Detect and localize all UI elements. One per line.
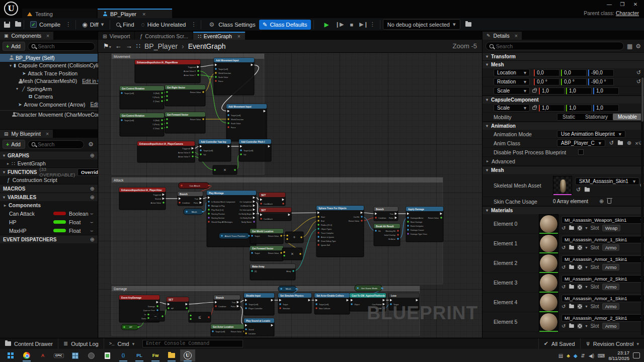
parent-class-link[interactable]: Character <box>616 10 639 16</box>
anim-class-dropdown[interactable]: ABP_Player_C▾ <box>557 139 605 147</box>
scale-x-field[interactable]: 1,0 <box>539 87 565 95</box>
graph-node[interactable]: Add Controller Pitch ITarget [self]Val <box>239 139 271 161</box>
graph-node[interactable]: Make Array[0]Array <box>250 264 295 280</box>
tab-testing[interactable]: Testing <box>22 9 97 18</box>
variable-row[interactable]: MaxHPFloat⌣ <box>0 226 98 235</box>
graph-node[interactable]: Set Simulate PhysicsTargetSimulate <box>278 293 311 313</box>
start-button[interactable] <box>3 349 18 361</box>
section-mesh[interactable]: ▾Mesh <box>482 60 644 68</box>
capsule-scale-x-field[interactable]: 1,0 <box>539 105 565 112</box>
graph-node[interactable]: Get Control RotationTarget [self]X (Roll… <box>120 86 164 109</box>
use-selected-icon[interactable]: ↺ <box>561 284 566 290</box>
graph-node[interactable]: EnhancedInputAction IA_PlayerAttacTrigge… <box>119 188 166 210</box>
hide-unrelated-button[interactable]: ◌ Hide Unrelated <box>138 20 190 30</box>
slot-name-field[interactable]: Armo <box>602 323 620 329</box>
graph-node[interactable]: Apply DamageDamaged ActorBase DamageEven… <box>406 207 443 242</box>
section-animation[interactable]: ▾Animation <box>482 122 644 130</box>
eject-button[interactable]: ▶❙ <box>359 21 368 28</box>
browse-icon[interactable] <box>570 305 575 308</box>
tray-icon[interactable]: ♣ <box>567 353 570 358</box>
variables-header[interactable]: ▾VARIABLES ⊕ <box>0 193 98 201</box>
material-editor-icon[interactable] <box>578 226 582 230</box>
material-dropdown[interactable]: MI_Assassin_Weapon_Skin1▾ <box>561 216 644 224</box>
forward-button[interactable]: → <box>126 42 132 50</box>
vscode-icon[interactable]: ⟨⟩ <box>116 349 131 361</box>
minimize-button[interactable]: — <box>604 2 615 7</box>
add-variable-icon[interactable]: ⊕ <box>90 194 95 201</box>
revision-control-button[interactable]: ⋔ Revision Control▾ <box>580 338 644 349</box>
advanced-row[interactable]: ▸ Advanced <box>482 157 644 166</box>
keyboard-icon[interactable]: ⌨ <box>598 353 605 358</box>
graph-node[interactable]: Add Controller Yaw InpTarget [self]Val <box>199 139 231 161</box>
document-icon[interactable] <box>100 349 115 361</box>
autodesk-icon[interactable]: A <box>35 349 50 361</box>
details-scrollbar[interactable] <box>641 76 643 335</box>
mobility-movable[interactable]: Movable <box>613 114 642 120</box>
use-selected-icon[interactable]: ↺ <box>561 245 566 250</box>
material-thumbnail[interactable] <box>539 273 558 293</box>
graph-node[interactable]: Mesh <box>278 286 297 292</box>
browse-icon[interactable] <box>570 324 575 328</box>
rotation-z-field[interactable]: -90,0 ° <box>588 78 614 85</box>
graph-node[interactable]: Get Game Mode <box>355 285 383 291</box>
material-thumbnail[interactable] <box>539 312 558 332</box>
graph-node[interactable]: Add Movement InputTarget [self]World Dir… <box>214 58 254 95</box>
material-dropdown[interactable]: MI_Assassin_Armor_1_Skin1▾ <box>561 236 644 243</box>
breadcrumb[interactable]: BP_Player › EventGraph <box>144 42 226 50</box>
graph-node[interactable]: − <box>146 311 165 321</box>
material-editor-icon[interactable] <box>578 304 582 309</box>
material-thumbnail[interactable] <box>539 253 558 273</box>
chrome-icon[interactable] <box>19 349 34 361</box>
section-transform[interactable]: ▾Transform <box>482 52 644 60</box>
material-dropdown[interactable]: MI_Assassin_Armor_2_Skin1▾ <box>561 314 644 322</box>
class-defaults-button[interactable]: ✎ Class Defaults <box>259 20 311 30</box>
bookmarks-icon[interactable]: ⚑▾ <box>103 42 111 50</box>
section-capsule-component[interactable]: ▾CapsuleComponent <box>482 96 644 104</box>
rotation-y-field[interactable]: 0,0 ° <box>561 78 587 85</box>
my-blueprint-search[interactable] <box>28 140 84 149</box>
lock-icon[interactable] <box>532 107 536 110</box>
settings-icon[interactable]: ⚙ <box>635 43 641 50</box>
event-graph-canvas[interactable]: BLUEPRINT MovementAttackDamageEnhancedIn… <box>98 53 482 338</box>
graph-node[interactable]: × <box>282 248 302 260</box>
plastic-scm-icon[interactable]: PL <box>132 349 147 361</box>
find-button[interactable]: Find <box>113 20 137 29</box>
functions-header[interactable]: ▾FUNCTIONS (33 OVERRIDABLE) Override▾ ⊕ <box>0 167 98 176</box>
unreal-engine-icon[interactable]: U <box>180 349 195 361</box>
network-icon[interactable]: ⇵ <box>581 353 585 358</box>
location-x-field[interactable]: 0,0 <box>534 69 559 76</box>
graph-node[interactable]: Mesh <box>184 209 204 215</box>
graph-node[interactable]: Disable InputTarget [self]Player Control… <box>244 293 274 315</box>
class-settings-button[interactable]: ⚙ Class Settings <box>204 20 259 30</box>
epic-games-icon[interactable]: EPIC <box>51 349 66 361</box>
skeletal-mesh-thumbnail[interactable] <box>553 176 572 195</box>
content-drawer-button[interactable]: Content Drawer <box>0 338 58 349</box>
location-z-field[interactable]: -90,0 <box>588 69 614 76</box>
graph-node[interactable]: ≤ <box>189 312 211 322</box>
reset-rotation-icon[interactable]: ↺ <box>636 78 641 85</box>
material-thumbnail[interactable] <box>539 234 558 253</box>
details-search[interactable] <box>486 42 624 50</box>
graph-node[interactable]: SETCan Attack <box>259 193 285 206</box>
browse-icon[interactable] <box>570 285 575 289</box>
add-component-button[interactable]: +Add <box>3 42 25 51</box>
component-row[interactable]: ▾▮Capsule Component (CollisionCylinder) <box>0 62 98 70</box>
component-row[interactable]: ➤Attack Trace Position <box>0 69 98 77</box>
back-button[interactable]: ← <box>115 42 122 50</box>
graph-node[interactable]: Set Actor Enable CollisioTarget [self]Ne… <box>314 293 350 314</box>
material-editor-icon[interactable] <box>578 265 582 269</box>
close-button[interactable]: ✕ <box>630 2 641 7</box>
graph-node[interactable]: Break Hit ResultHitBlocking HitInitial O… <box>374 224 400 246</box>
slot-name-field[interactable]: Weap <box>602 225 621 231</box>
graph-node[interactable]: Get Actor LocationTarget [self]Return Va… <box>211 324 246 336</box>
location-y-field[interactable]: 0,0 <box>561 69 587 76</box>
maximize-button[interactable]: ❐ <box>617 2 628 7</box>
capsule-scale-y-field[interactable]: 1,0 <box>566 105 592 112</box>
all-saved-button[interactable]: ✔ All Saved <box>538 338 580 349</box>
macros-header[interactable]: MACROS ⊕ <box>0 184 98 193</box>
use-selected-icon[interactable]: ↺ <box>561 323 566 329</box>
close-tab-icon[interactable]: × <box>237 33 240 39</box>
stop-button[interactable]: ■ <box>350 22 353 28</box>
rotation-dropdown[interactable]: Rotation▾ <box>494 78 530 85</box>
component-row[interactable]: Mesh (CharacterMesh0)Edit in C++ <box>0 77 98 85</box>
